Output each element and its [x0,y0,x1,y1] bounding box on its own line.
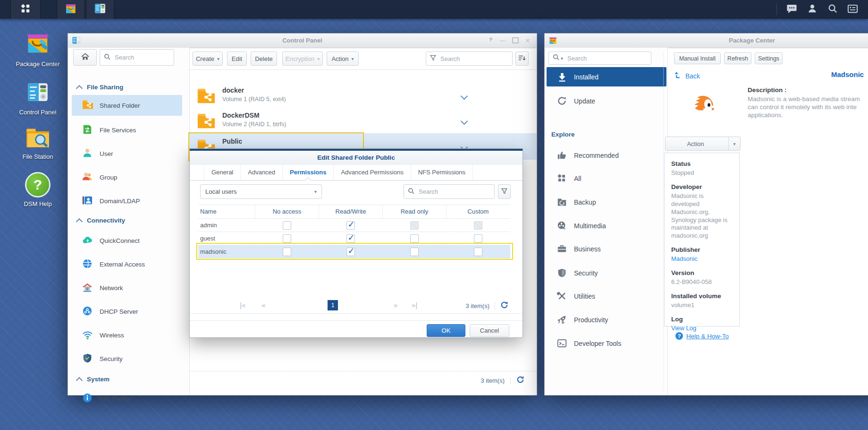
publisher-link[interactable]: Madsonic [671,255,733,263]
refresh-icon[interactable] [516,376,524,386]
tab-advanced[interactable]: Advanced [241,165,283,180]
sidebar-item-shared-folder[interactable]: Shared Folder [72,95,182,116]
refresh-button[interactable]: Refresh [724,52,751,64]
nav-item-recommended[interactable]: Recommended [547,146,666,165]
sidebar-item-file-services[interactable]: File Services [72,120,182,140]
checkbox-no-access[interactable] [283,221,291,230]
sidebar-search[interactable] [100,49,174,66]
dialog-search[interactable] [404,184,495,199]
sidebar-item-dhcp-server[interactable]: DHCP Server [72,301,182,322]
cancel-button[interactable]: Cancel [470,324,509,337]
folder-search-input[interactable] [439,55,508,63]
sidebar-item-info-center[interactable]: Info Center [72,388,182,409]
nav-item-business[interactable]: Business [547,239,666,259]
section-file-sharing[interactable]: File Sharing [77,84,123,91]
page-number[interactable]: 1 [328,300,338,310]
column-read-write[interactable]: Read/Write [319,205,382,218]
checkbox-no-access[interactable] [283,234,291,243]
table-row-madsonic[interactable]: madsonic [198,245,510,258]
table-row-admin[interactable]: admin [198,219,510,232]
sidebar-item-external-access[interactable]: External Access [72,254,182,275]
checkbox-read-only[interactable] [410,248,419,256]
tab-permissions[interactable]: Permissions [283,165,334,180]
desktop-icon-dsm-help[interactable]: DSM Help [12,172,64,208]
tab-general[interactable]: General [204,165,241,180]
checkbox-read-only[interactable] [410,234,419,243]
page-first-button[interactable]: |« [240,301,245,309]
nav-item-productivity[interactable]: Productivity [547,310,666,330]
package-action-button[interactable]: Action ▾ [665,137,741,151]
section-connectivity[interactable]: Connectivity [77,217,125,224]
close-icon[interactable]: ✕ [525,37,530,44]
settings-button[interactable]: Settings [755,52,783,64]
folder-row-docker[interactable]: docker Volume 1 (RAID 5, ext4) [189,83,537,108]
desktop-icon-control-panel[interactable]: Control Panel [12,80,64,116]
taskbar-app-package-center[interactable] [57,0,85,19]
filter-button[interactable] [498,184,511,199]
tab-advanced-permissions[interactable]: Advanced Permissions [334,165,411,180]
nav-item-backup[interactable]: Backup [547,192,666,212]
folder-search[interactable] [426,52,513,66]
widgets-button[interactable] [844,0,861,19]
encryption-button[interactable]: Encryption▾ [282,52,323,66]
maximize-icon[interactable] [512,37,519,43]
chevron-down-icon[interactable] [461,118,468,125]
checkbox-read-write[interactable] [346,234,355,243]
sidebar-search-input[interactable] [114,53,170,61]
control-panel-titlebar[interactable]: Control Panel — ✕ [68,34,537,48]
nav-item-installed[interactable]: Installed [547,67,666,86]
package-center-titlebar[interactable]: Package Center [545,34,868,48]
view-log-link[interactable]: View Log [671,325,733,333]
taskbar-app-control-panel[interactable] [86,0,114,19]
folder-row-dockerdsm[interactable]: DockerDSM Volume 2 (RAID 1, btrfs) [189,108,537,133]
column-name[interactable]: Name [198,205,255,218]
home-button[interactable] [73,49,97,66]
manual-install-button[interactable]: Manual Install [674,52,721,64]
sidebar-item-wireless[interactable]: Wireless [72,325,182,345]
package-search-input[interactable] [566,54,647,62]
sidebar-item-user[interactable]: User [72,143,182,164]
edit-button[interactable]: Edit [227,52,247,66]
back-link[interactable]: Back [674,71,700,80]
nav-item-update[interactable]: Update [547,91,666,111]
column-custom[interactable]: Custom [446,205,510,218]
checkbox-custom[interactable] [474,248,482,256]
delete-button[interactable]: Delete [251,52,277,66]
nav-item-developer-tools[interactable]: Developer Tools [547,334,666,353]
sidebar-item-security[interactable]: Security [72,348,182,369]
column-read-only[interactable]: Read only [382,205,446,218]
nav-item-security[interactable]: Security [547,263,666,283]
checkbox-custom[interactable] [474,234,482,243]
help-how-to-link[interactable]: ? Help & How-To [675,332,729,340]
checkbox-read-write[interactable] [346,248,355,256]
tab-nfs-permissions[interactable]: NFS Permissions [411,165,473,180]
column-no-access[interactable]: No access [255,205,319,218]
sidebar-item-quickconnect[interactable]: QuickConnect [72,230,182,251]
sidebar-item-network[interactable]: Network [72,277,182,298]
page-last-button[interactable]: »| [412,301,417,309]
page-prev-button[interactable]: « [261,301,265,309]
pin-icon[interactable] [488,37,493,44]
search-button[interactable] [824,0,841,19]
table-row-guest[interactable]: guest [198,232,510,245]
user-source-select[interactable]: Local users ▾ [200,184,322,199]
minimize-icon[interactable]: — [500,37,506,44]
refresh-icon[interactable] [500,301,508,311]
ok-button[interactable]: OK [427,324,465,337]
sidebar-item-group[interactable]: Group [72,167,182,188]
desktop-icon-package-center[interactable]: Package Center [12,30,64,68]
dialog-search-input[interactable] [418,188,490,196]
nav-item-all[interactable]: All [547,169,666,189]
desktop-icon-file-station[interactable]: File Station [12,127,64,161]
create-button[interactable]: Create▾ [193,52,223,66]
section-system[interactable]: System [77,376,110,383]
chevron-down-icon[interactable] [461,93,468,100]
package-search[interactable]: ▾ [548,52,651,65]
sort-button[interactable] [515,52,529,66]
checkbox-no-access[interactable] [283,248,291,256]
nav-item-multimedia[interactable]: Multimedia [547,216,666,236]
main-menu-button[interactable] [10,0,41,19]
user-menu-button[interactable] [804,0,821,19]
action-button[interactable]: Action▾ [327,52,359,66]
page-next-button[interactable]: » [394,301,397,309]
